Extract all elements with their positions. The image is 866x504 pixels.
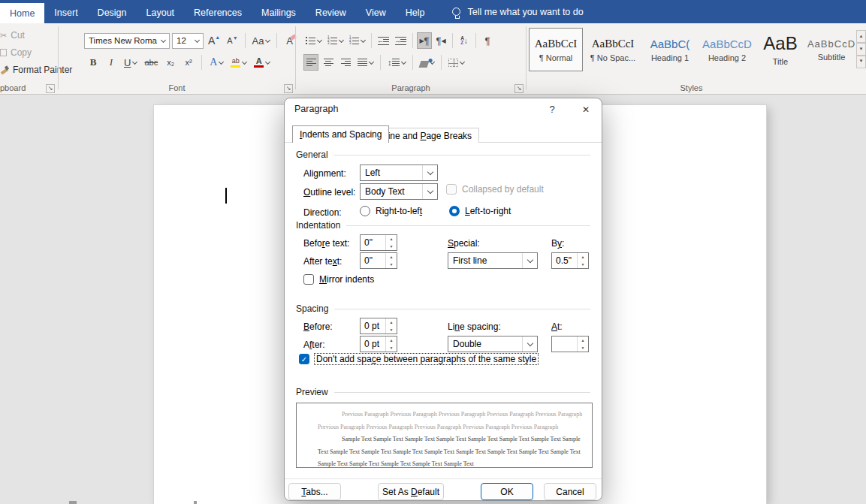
- line-spacing-combo[interactable]: Double: [448, 336, 538, 352]
- spin-down-icon[interactable]: ▼: [386, 261, 397, 268]
- after-text-spinner[interactable]: 0" ▲▼: [360, 252, 397, 269]
- spin-down-icon[interactable]: ▼: [578, 261, 588, 268]
- style-no-spacing[interactable]: AaBbCcI ¶ No Spac...: [586, 28, 640, 71]
- help-icon[interactable]: ?: [545, 103, 559, 116]
- cancel-button[interactable]: Cancel: [544, 483, 596, 500]
- align-center-button[interactable]: [321, 54, 336, 71]
- tab-insert[interactable]: Insert: [44, 2, 87, 23]
- set-as-default-button[interactable]: Set As Default: [378, 483, 444, 500]
- radio-icon: [360, 206, 370, 216]
- grow-font-button[interactable]: A▲: [206, 32, 222, 49]
- shrink-font-button[interactable]: A▼: [225, 32, 240, 49]
- justify-button[interactable]: [355, 54, 376, 71]
- cut-button[interactable]: ✂ Cut: [0, 28, 25, 43]
- spacing-before-spinner[interactable]: 0 pt ▲▼: [360, 318, 397, 334]
- chevron-down-icon[interactable]: [522, 337, 537, 352]
- chevron-down-icon[interactable]: [422, 165, 437, 180]
- font-color-button[interactable]: A: [252, 54, 272, 71]
- spin-up-icon[interactable]: ▲: [578, 253, 588, 261]
- style-subtitle[interactable]: AaBbCcD Subtitle: [807, 28, 856, 71]
- paragraph-dialog-launcher[interactable]: ↘: [514, 84, 524, 93]
- style-title[interactable]: AaB Title: [757, 28, 804, 71]
- show-formatting-marks-button[interactable]: ¶: [480, 32, 495, 49]
- align-right-button[interactable]: [338, 54, 353, 71]
- special-combo[interactable]: First line: [448, 252, 538, 269]
- tab-references[interactable]: References: [184, 2, 252, 23]
- tell-me-box[interactable]: Tell me what you want to do: [452, 0, 583, 23]
- spacing-before-value: 0 pt: [361, 318, 385, 333]
- mirror-indents-checkbox[interactable]: Mirror indents: [303, 274, 374, 285]
- left-to-right-radio[interactable]: Left-to-right: [449, 206, 511, 216]
- right-to-left-radio[interactable]: Right-to-left: [360, 206, 422, 216]
- tab-view[interactable]: View: [356, 2, 396, 23]
- before-text-spinner[interactable]: 0" ▲▼: [360, 234, 397, 251]
- font-size-combo[interactable]: 12: [172, 33, 204, 49]
- right-to-left-direction-button[interactable]: ¶◀: [433, 32, 448, 49]
- alignment-combo[interactable]: Left: [360, 164, 438, 181]
- spin-up-icon[interactable]: ▲: [578, 337, 588, 344]
- decrease-indent-button[interactable]: ←: [376, 32, 391, 49]
- spin-down-icon[interactable]: ▼: [386, 243, 397, 250]
- spacing-after-spinner[interactable]: 0 pt ▲▼: [360, 336, 397, 352]
- chevron-down-icon: [459, 59, 464, 64]
- font-dialog-launcher[interactable]: ↘: [284, 84, 293, 93]
- mini-separator: [371, 33, 372, 48]
- chevron-down-icon[interactable]: [422, 184, 437, 199]
- superscript-button[interactable]: x²: [181, 54, 196, 71]
- styles-scroll-down-button[interactable]: ▼: [856, 43, 866, 56]
- text-effects-button[interactable]: A: [207, 54, 225, 71]
- at-spinner[interactable]: ▲▼: [551, 336, 589, 352]
- tab-design[interactable]: Design: [88, 2, 137, 23]
- clipboard-dialog-launcher[interactable]: ↘: [46, 84, 55, 93]
- outline-level-combo[interactable]: Body Text: [360, 183, 438, 200]
- tab-line-and-page-breaks[interactable]: Line and Page Breaks: [376, 128, 479, 143]
- tab-help[interactable]: Help: [396, 2, 435, 23]
- tabs-button[interactable]: Tabs...: [288, 483, 341, 500]
- italic-button[interactable]: I: [104, 54, 119, 71]
- left-to-right-direction-button[interactable]: ▶¶: [417, 32, 432, 49]
- line-spacing-button[interactable]: ↕: [385, 54, 408, 71]
- spin-up-icon[interactable]: ▲: [386, 337, 397, 344]
- change-case-button[interactable]: Aa: [250, 32, 273, 49]
- spin-up-icon[interactable]: ▲: [386, 253, 397, 261]
- font-name-combo[interactable]: Times New Roma: [84, 33, 170, 49]
- checkbox-checked-icon: ✓: [299, 354, 309, 364]
- by-spinner[interactable]: 0.5" ▲▼: [551, 252, 589, 269]
- tab-review[interactable]: Review: [306, 2, 356, 23]
- borders-button[interactable]: [446, 54, 466, 71]
- close-icon[interactable]: ✕: [576, 101, 596, 118]
- styles-gallery-more-button[interactable]: ▼: [856, 56, 866, 68]
- grow-font-glyph: A: [208, 35, 215, 47]
- tab-layout[interactable]: Layout: [137, 2, 185, 23]
- copy-button[interactable]: Copy: [0, 45, 32, 60]
- strikethrough-button[interactable]: abc: [142, 54, 160, 71]
- ok-button[interactable]: OK: [481, 483, 533, 500]
- tab-home[interactable]: Home: [0, 3, 44, 23]
- preview-line: Previous Paragraph Previous Paragraph Pr…: [318, 409, 581, 421]
- style-normal[interactable]: AaBbCcI ¶ Normal: [529, 28, 583, 71]
- spin-up-icon[interactable]: ▲: [386, 235, 397, 243]
- spin-down-icon[interactable]: ▼: [386, 344, 397, 352]
- style-heading-2[interactable]: AaBbCcD Heading 2: [700, 28, 754, 71]
- chevron-down-icon[interactable]: [522, 253, 537, 268]
- increase-indent-button[interactable]: →: [393, 32, 409, 49]
- numbering-button[interactable]: [325, 32, 345, 49]
- subscript-button[interactable]: x₂: [163, 54, 178, 71]
- underline-button[interactable]: U: [122, 54, 139, 71]
- spin-up-icon[interactable]: ▲: [386, 318, 397, 326]
- spin-down-icon[interactable]: ▼: [578, 344, 588, 352]
- sort-button[interactable]: AZ↓: [457, 32, 472, 49]
- bullets-button[interactable]: [303, 32, 324, 49]
- shading-button[interactable]: [418, 54, 436, 71]
- spin-down-icon[interactable]: ▼: [386, 326, 397, 333]
- multilevel-list-button[interactable]: [347, 32, 367, 49]
- tab-indents-and-spacing[interactable]: Indents and Spacing: [292, 125, 389, 143]
- before-text-label: Before text:: [303, 238, 349, 249]
- style-heading-1[interactable]: AaBbC( Heading 1: [643, 28, 697, 71]
- styles-scroll-up-button[interactable]: ▲: [856, 30, 866, 43]
- align-left-button[interactable]: [303, 54, 318, 71]
- dont-add-space-checkbox[interactable]: ✓ Don't add space between paragraphs of …: [299, 354, 538, 364]
- tab-mailings[interactable]: Mailings: [252, 2, 306, 23]
- text-highlight-button[interactable]: ab: [228, 54, 249, 71]
- bold-button[interactable]: B: [86, 54, 101, 71]
